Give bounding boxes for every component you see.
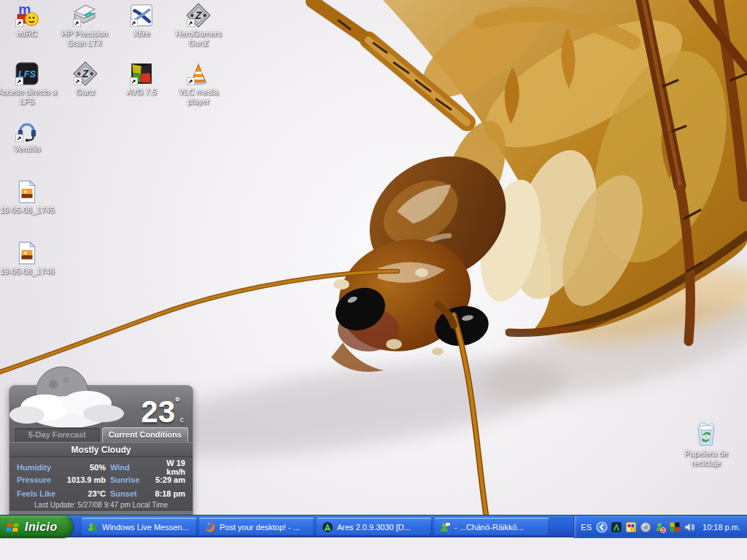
desktop-icon-xfire[interactable]: Xfire	[110, 3, 173, 39]
stat-label: Sunset	[110, 489, 154, 498]
desktop-icon-lfs[interactable]: LFS Acceso directo a LFS	[0, 61, 58, 106]
desktop: m mIRC HP Precision Scan LTX Xfire	[0, 0, 747, 537]
messenger-icon	[87, 521, 98, 533]
volume-tray-icon[interactable]	[684, 521, 695, 533]
windows-flag-icon	[5, 519, 21, 535]
weather-tabs: 5-Day Forecast Current Conditions	[14, 427, 188, 442]
icon-label: AVG 7.5	[127, 88, 157, 97]
icon-label: 19-05-08_1745	[0, 206, 54, 215]
shortcut-arrow-overlay	[15, 77, 23, 85]
stat-value: 23°C	[62, 489, 110, 498]
taskbar-button-label: - ...Chänö-Räikkö...	[454, 523, 524, 532]
stat-label: Wind	[110, 463, 154, 472]
recycle-bin-icon	[690, 420, 722, 448]
system-tray: ES	[573, 516, 747, 538]
avg-tray-icon[interactable]	[669, 521, 681, 533]
stat-value: W 19 km/h	[154, 459, 185, 476]
image-file-icon	[15, 241, 39, 265]
desktop-icon-photo-1746[interactable]: 19-05-08_1746	[0, 241, 58, 276]
desktop-icon-photo-1745[interactable]: 19-05-08_1745	[0, 179, 58, 215]
tab-current-conditions[interactable]: Current Conditions	[102, 427, 189, 442]
shortcut-arrow-overlay	[187, 77, 195, 85]
desktop-icon-mirc[interactable]: m mIRC	[0, 3, 58, 39]
desktop-icon-gunz[interactable]: Z Gunz	[54, 61, 117, 97]
language-indicator[interactable]: ES	[581, 523, 592, 532]
shortcut-arrow-overlay	[15, 19, 23, 27]
icon-label: mIRC	[17, 29, 37, 39]
taskbar-button-windows-live-messenger[interactable]: Windows Live Messen...	[82, 518, 197, 536]
stat-label: Feels Like	[17, 489, 62, 498]
tab-5-day-forecast[interactable]: 5-Day Forecast	[14, 427, 101, 442]
icon-label: Xfire	[133, 29, 150, 39]
mirc-tray-icon[interactable]	[625, 521, 637, 533]
start-button[interactable]: Inicio	[0, 516, 73, 538]
desktop-icon-herogamers-gunz[interactable]: Z HeroGamers GunZ	[167, 3, 230, 47]
tray-clock[interactable]: 10:18 p.m.	[703, 523, 740, 532]
icon-label: Acceso directo a LFS	[0, 88, 57, 106]
taskbar-button-label: Ares 2.0.9.3030 [D...	[337, 523, 411, 532]
ares-tray-icon[interactable]	[611, 521, 622, 533]
shortcut-arrow-overlay	[187, 19, 195, 27]
shortcut-arrow-overlay	[15, 134, 23, 142]
icon-label: HeroGamers GunZ	[169, 29, 228, 47]
icon-label: 19-05-08_1746	[0, 267, 54, 276]
stat-label: Sunrise	[110, 475, 154, 484]
stat-value: 5:29 am	[154, 475, 185, 484]
weather-condition: Mostly Cloudy	[9, 442, 193, 457]
taskbar-button-messenger-conversation[interactable]: - ...Chänö-Räikkö...	[434, 518, 549, 536]
desktop-icon-vlc[interactable]: VLC media player	[167, 61, 230, 106]
weather-stats: Humidity 50% Wind W 19 km/h Pressure 101…	[17, 459, 185, 500]
stat-value: 8:18 pm	[154, 489, 185, 498]
desktop-icon-recycle-bin[interactable]: Papelera de reciclaje	[675, 420, 738, 467]
taskbar-button-ares[interactable]: Ares 2.0.9.3030 [D...	[317, 518, 432, 536]
icon-label: VLC media player	[169, 88, 228, 106]
taskbar-button-firefox[interactable]: Post your desktop! - ...	[199, 518, 314, 536]
desktop-icon-avg[interactable]: AVG 7.5	[110, 61, 173, 97]
shortcut-arrow-overlay	[74, 77, 82, 85]
stat-value: 1013.9 mb	[62, 475, 110, 484]
icon-label: Papelera de reciclaje	[676, 449, 736, 467]
ares-icon	[322, 521, 333, 533]
firefox-icon	[204, 521, 216, 533]
stat-label: Humidity	[17, 463, 62, 472]
icon-label: Ventrilo	[14, 144, 41, 154]
image-file-icon	[15, 179, 39, 204]
stat-value: 50%	[62, 463, 110, 472]
desktop-icon-ventrilo[interactable]: Ventrilo	[0, 118, 58, 154]
shortcut-arrow-overlay	[130, 77, 138, 85]
icon-label: HP Precision Scan LTX	[55, 29, 115, 47]
icon-label: Gunz	[76, 88, 95, 97]
messenger-buddy-icon	[439, 521, 451, 533]
taskbar-button-label: Windows Live Messen...	[102, 523, 189, 532]
taskbar-button-label: Post your desktop! - ...	[220, 523, 300, 532]
shortcut-arrow-overlay	[130, 19, 138, 27]
weather-widget: 23°c Zapopan 5-Day Forecast Current Cond…	[9, 385, 193, 526]
svg-text:Z: Z	[195, 9, 202, 21]
taskbar: Inicio Windows Live Messen... Post your …	[0, 515, 747, 537]
desktop-icon-hp-scan[interactable]: HP Precision Scan LTX	[53, 3, 116, 47]
weather-last-update: Last Update: 5/27/08 9:47 pm Local Time	[9, 501, 193, 509]
stat-label: Pressure	[17, 475, 62, 484]
svg-text:Z: Z	[82, 68, 89, 79]
messenger-status-tray-icon[interactable]	[654, 521, 666, 533]
sphere-tray-icon[interactable]	[640, 521, 651, 533]
start-label: Inicio	[25, 521, 58, 534]
collapse-chevron-icon[interactable]	[596, 521, 608, 533]
shortcut-arrow-overlay	[73, 19, 81, 27]
